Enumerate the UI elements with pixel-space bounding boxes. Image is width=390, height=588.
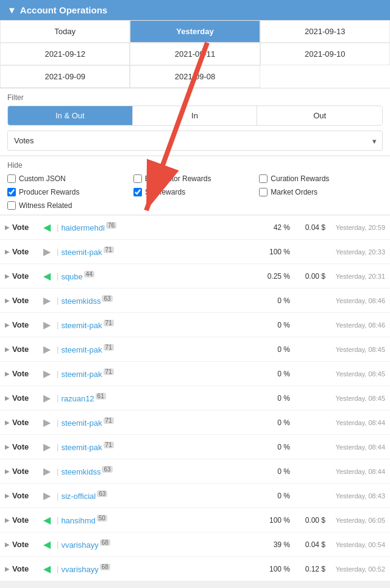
direction-icon: ◀ xyxy=(43,563,51,575)
user-link[interactable]: siz-official63 xyxy=(61,490,107,501)
user-link[interactable]: razuan1261 xyxy=(61,393,105,403)
vote-value: 0.04 $ xyxy=(295,223,325,232)
hide-benefactor-rewards-checkbox[interactable] xyxy=(133,174,142,183)
hide-market-orders[interactable]: Market Orders xyxy=(259,188,383,196)
user-link[interactable]: steemkidss63 xyxy=(61,466,112,476)
hide-curation-rewards-checkbox[interactable] xyxy=(259,174,268,183)
user-link[interactable]: steemit-pak71 xyxy=(61,442,113,452)
user-link[interactable]: steemit-pak71 xyxy=(61,417,113,428)
hide-custom-json[interactable]: Custom JSON xyxy=(7,174,131,183)
hide-benefactor-rewards-label: Benefactor Rewards xyxy=(145,174,211,183)
filter-in[interactable]: In xyxy=(133,106,258,125)
operation-time: Yesterday, 08:44 xyxy=(330,419,385,426)
user-badge: 50 xyxy=(97,515,107,522)
expand-icon[interactable]: ▶ xyxy=(5,248,10,255)
operation-time: Yesterday, 20:59 xyxy=(330,224,385,231)
hide-curation-rewards[interactable]: Curation Rewards xyxy=(259,174,383,183)
votes-select[interactable]: Votes All Transfers Interests Rewards xyxy=(7,131,383,151)
hide-custom-json-checkbox[interactable] xyxy=(7,174,16,183)
expand-icon[interactable]: ▶ xyxy=(5,468,10,475)
user-link[interactable]: vvarishayy68 xyxy=(61,539,110,550)
expand-icon[interactable]: ▶ xyxy=(5,370,10,377)
divider: | xyxy=(57,564,58,573)
votes-wrapper: Votes All Transfers Interests Rewards xyxy=(7,131,383,151)
user-link[interactable]: sqube44 xyxy=(61,271,94,281)
hide-label: Hide xyxy=(7,161,383,170)
hide-sp-rewards-checkbox[interactable] xyxy=(133,188,142,196)
hide-benefactor-rewards[interactable]: Benefactor Rewards xyxy=(133,174,257,183)
hide-market-orders-label: Market Orders xyxy=(271,188,317,196)
expand-icon[interactable]: ▶ xyxy=(5,492,10,499)
user-link[interactable]: steemit-pak71 xyxy=(61,246,113,257)
user-link[interactable]: steemit-pak71 xyxy=(61,344,113,354)
hide-producer-rewards[interactable]: Producer Rewards xyxy=(7,188,131,196)
table-row[interactable]: ▶ Vote ▶ | steemit-pak71 0 % Yesterday, … xyxy=(0,337,390,362)
user-link[interactable]: steemkidss63 xyxy=(61,295,112,306)
table-row[interactable]: ▶ Vote ◀ | vvarishayy68 100 % 0.12 $ Yes… xyxy=(0,557,390,581)
expand-icon[interactable]: ▶ xyxy=(5,419,10,426)
expand-icon[interactable]: ▶ xyxy=(5,541,10,548)
hide-market-orders-checkbox[interactable] xyxy=(259,188,268,196)
table-row[interactable]: ▶ Vote ▶ | steemit-pak71 0 % Yesterday, … xyxy=(0,362,390,386)
user-link[interactable]: haidermehdi76 xyxy=(61,222,116,232)
vote-percent: 0 % xyxy=(260,296,290,305)
filter-in-and-out[interactable]: In & Out xyxy=(8,106,133,125)
table-row[interactable]: ▶ Vote ◀ | vvarishayy68 39 % 0.04 $ Yest… xyxy=(0,532,390,557)
date-2021-09-11[interactable]: 2021-09-11 xyxy=(130,43,260,65)
table-row[interactable]: ▶ Vote ▶ | razuan1261 0 % Yesterday, 08:… xyxy=(0,386,390,411)
vote-value: 0.12 $ xyxy=(295,565,325,573)
date-2021-09-08[interactable]: 2021-09-08 xyxy=(130,65,260,88)
divider: | xyxy=(57,540,58,549)
user-link[interactable]: vvarishayy68 xyxy=(61,564,110,574)
expand-icon[interactable]: ▶ xyxy=(5,565,10,572)
user-link[interactable]: steemit-pak71 xyxy=(61,320,113,330)
expand-icon[interactable]: ▶ xyxy=(5,224,10,231)
date-2021-09-10[interactable]: 2021-09-10 xyxy=(260,43,390,65)
table-row[interactable]: ▶ Vote ▶ | siz-official63 0 % Yesterday,… xyxy=(0,484,390,508)
user-badge: 63 xyxy=(102,295,112,302)
vote-percent: 0 % xyxy=(260,492,290,500)
divider: | xyxy=(57,296,58,305)
table-row[interactable]: ▶ Vote ▶ | steemit-pak71 100 % Yesterday… xyxy=(0,240,390,264)
date-2021-09-12[interactable]: 2021-09-12 xyxy=(0,43,130,65)
vote-percent: 100 % xyxy=(260,516,290,525)
expand-icon[interactable]: ▶ xyxy=(5,395,10,401)
table-row[interactable]: ▶ Vote ▶ | steemkidss63 0 % Yesterday, 0… xyxy=(0,289,390,313)
table-row[interactable]: ▶ Vote ◀ | sqube44 0.25 % 0.00 $ Yesterd… xyxy=(0,264,390,289)
hide-witness-related[interactable]: Witness Related xyxy=(7,201,131,210)
expand-icon[interactable]: ▶ xyxy=(5,443,10,450)
operation-time: Yesterday, 08:46 xyxy=(330,321,385,329)
date-yesterday[interactable]: Yesterday xyxy=(130,20,260,43)
table-row[interactable]: ▶ Vote ▶ | steemit-pak71 0 % Yesterday, … xyxy=(0,411,390,435)
hide-producer-rewards-checkbox[interactable] xyxy=(7,188,16,196)
expand-icon[interactable]: ▶ xyxy=(5,321,10,328)
table-row[interactable]: ▶ Vote ▶ | steemit-pak71 0 % Yesterday, … xyxy=(0,313,390,337)
expand-icon[interactable]: ▶ xyxy=(5,346,10,353)
header-title: Account Operations xyxy=(20,5,107,15)
table-row[interactable]: ▶ Vote ◀ | haidermehdi76 42 % 0.04 $ Yes… xyxy=(0,215,390,240)
user-link[interactable]: hansihmd50 xyxy=(61,515,107,525)
hide-sp-rewards[interactable]: SP Rewards xyxy=(133,188,257,196)
table-row[interactable]: ▶ Vote ▶ | steemit-pak71 0 % Yesterday, … xyxy=(0,435,390,459)
divider: | xyxy=(57,467,58,476)
expand-icon[interactable]: ▶ xyxy=(5,297,10,304)
filter-out[interactable]: Out xyxy=(257,106,382,125)
expand-icon[interactable]: ▶ xyxy=(5,517,10,523)
date-2021-09-13[interactable]: 2021-09-13 xyxy=(260,20,390,43)
hide-witness-related-checkbox[interactable] xyxy=(7,201,16,210)
date-today[interactable]: Today xyxy=(0,20,130,43)
vote-percent: 42 % xyxy=(260,223,290,232)
operation-type: Vote xyxy=(12,369,40,378)
user-link[interactable]: steemit-pak71 xyxy=(61,368,113,379)
divider: | xyxy=(57,393,58,403)
expand-icon[interactable]: ▶ xyxy=(5,273,10,279)
user-badge: 76 xyxy=(106,222,116,229)
vote-percent: 0 % xyxy=(260,418,290,427)
direction-icon: ▶ xyxy=(43,465,51,477)
user-badge: 61 xyxy=(96,393,106,400)
table-row[interactable]: ▶ Vote ◀ | hansihmd50 100 % 0.00 $ Yeste… xyxy=(0,508,390,532)
filter-label: Filter xyxy=(7,93,383,102)
divider: | xyxy=(57,271,58,281)
table-row[interactable]: ▶ Vote ▶ | steemkidss63 0 % Yesterday, 0… xyxy=(0,459,390,484)
date-2021-09-09[interactable]: 2021-09-09 xyxy=(0,65,130,88)
